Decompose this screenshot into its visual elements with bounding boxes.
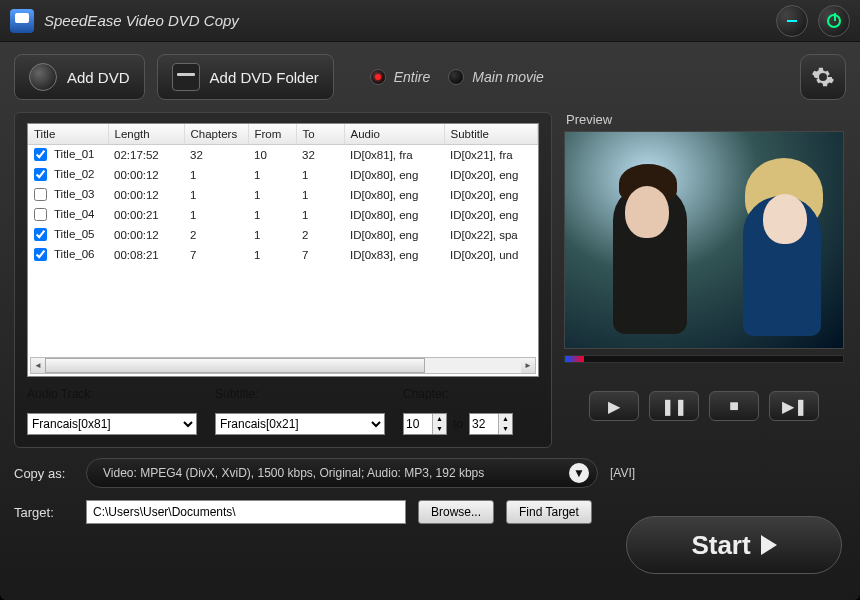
- close-button[interactable]: [818, 5, 850, 37]
- scroll-right-arrow-icon[interactable]: ►: [521, 358, 535, 373]
- titles-table: Title Length Chapters From To Audio Subt…: [28, 124, 538, 265]
- scroll-thumb[interactable]: [45, 358, 425, 373]
- row-checkbox[interactable]: [34, 148, 47, 161]
- chapter-from-input[interactable]: [404, 414, 432, 434]
- titles-panel: Title Length Chapters From To Audio Subt…: [14, 112, 552, 448]
- add-dvd-label: Add DVD: [67, 69, 130, 86]
- mode-entire-radio[interactable]: Entire: [370, 69, 431, 85]
- chapter-to-label: to: [453, 417, 463, 431]
- app-window: SpeedEase Video DVD Copy Add DVD Add DVD…: [0, 0, 860, 600]
- table-row[interactable]: Title_0102:17:52321032ID[0x81], fraID[0x…: [28, 145, 538, 165]
- table-row[interactable]: Title_0400:00:21111ID[0x80], engID[0x20]…: [28, 205, 538, 225]
- titles-header-row: Title Length Chapters From To Audio Subt…: [28, 124, 538, 145]
- gear-icon: [811, 65, 835, 89]
- copy-mode-group: Entire Main movie: [370, 69, 544, 85]
- col-to[interactable]: To: [296, 124, 344, 145]
- col-chapters[interactable]: Chapters: [184, 124, 248, 145]
- table-row[interactable]: Title_0300:00:12111ID[0x80], engID[0x20]…: [28, 185, 538, 205]
- preview-label: Preview: [564, 112, 844, 127]
- snapshot-icon: ▶❚: [782, 397, 807, 416]
- play-triangle-icon: [761, 535, 777, 555]
- stop-button[interactable]: ■: [709, 391, 759, 421]
- seek-progress: [565, 356, 584, 362]
- pause-button[interactable]: ❚❚: [649, 391, 699, 421]
- row-checkbox[interactable]: [34, 248, 47, 261]
- row-checkbox[interactable]: [34, 188, 47, 201]
- folder-icon: [172, 63, 200, 91]
- spin-down-icon[interactable]: ▼: [499, 424, 512, 434]
- col-subtitle[interactable]: Subtitle: [444, 124, 538, 145]
- stop-icon: ■: [729, 397, 739, 415]
- browse-button[interactable]: Browse...: [418, 500, 494, 524]
- radio-off-icon: [448, 69, 464, 85]
- table-row[interactable]: Title_0500:00:12212ID[0x80], engID[0x22]…: [28, 225, 538, 245]
- settings-button[interactable]: [800, 54, 846, 100]
- audio-track-select[interactable]: Francais[0x81]: [27, 413, 197, 435]
- spin-up-icon[interactable]: ▲: [499, 414, 512, 424]
- power-icon: [827, 14, 841, 28]
- row-checkbox[interactable]: [34, 208, 47, 221]
- row-checkbox[interactable]: [34, 228, 47, 241]
- app-title: SpeedEase Video DVD Copy: [44, 12, 239, 29]
- subtitle-label: Subtitle:: [215, 387, 385, 401]
- mode-main-label: Main movie: [472, 69, 544, 85]
- titles-table-wrap: Title Length Chapters From To Audio Subt…: [27, 123, 539, 377]
- spin-down-icon[interactable]: ▼: [433, 424, 446, 434]
- start-button[interactable]: Start: [626, 516, 842, 574]
- minimize-icon: [787, 20, 797, 22]
- audio-track-label: Audio Track:: [27, 387, 197, 401]
- col-from[interactable]: From: [248, 124, 296, 145]
- mode-entire-label: Entire: [394, 69, 431, 85]
- add-dvd-folder-label: Add DVD Folder: [210, 69, 319, 86]
- scroll-left-arrow-icon[interactable]: ◄: [31, 358, 45, 373]
- target-label: Target:: [14, 505, 74, 520]
- title-bar: SpeedEase Video DVD Copy: [0, 0, 860, 42]
- preview-panel: Preview ▶ ❚❚ ■ ▶❚: [564, 112, 844, 448]
- preview-video[interactable]: [564, 131, 844, 349]
- table-h-scrollbar[interactable]: ◄ ►: [30, 357, 536, 374]
- chapter-to-spinner[interactable]: ▲▼: [469, 413, 513, 435]
- subtitle-select[interactable]: Francais[0x21]: [215, 413, 385, 435]
- minimize-button[interactable]: [776, 5, 808, 37]
- bottom-panel: Copy as: Video: MPEG4 (DivX, XviD), 1500…: [0, 448, 860, 524]
- table-row[interactable]: Title_0600:08:21717ID[0x83], engID[0x20]…: [28, 245, 538, 265]
- copy-profile-summary: Video: MPEG4 (DivX, XviD), 1500 kbps, Or…: [103, 466, 484, 480]
- mode-main-radio[interactable]: Main movie: [448, 69, 544, 85]
- row-checkbox[interactable]: [34, 168, 47, 181]
- copy-as-label: Copy as:: [14, 466, 74, 481]
- snapshot-button[interactable]: ▶❚: [769, 391, 819, 421]
- target-path-input[interactable]: [86, 500, 406, 524]
- copy-format-tag: [AVI]: [610, 466, 635, 480]
- play-button[interactable]: ▶: [589, 391, 639, 421]
- add-dvd-folder-button[interactable]: Add DVD Folder: [157, 54, 334, 100]
- copy-profile-bar[interactable]: Video: MPEG4 (DivX, XviD), 1500 kbps, Or…: [86, 458, 598, 488]
- disc-icon: [29, 63, 57, 91]
- chevron-down-icon: ▼: [573, 466, 585, 480]
- chapter-label: Chapter:: [403, 387, 449, 401]
- pause-icon: ❚❚: [661, 397, 687, 416]
- add-dvd-button[interactable]: Add DVD: [14, 54, 145, 100]
- col-title[interactable]: Title: [28, 124, 108, 145]
- col-audio[interactable]: Audio: [344, 124, 444, 145]
- radio-on-icon: [370, 69, 386, 85]
- app-logo-icon: [10, 9, 34, 33]
- find-target-button[interactable]: Find Target: [506, 500, 592, 524]
- chapter-from-spinner[interactable]: ▲▼: [403, 413, 447, 435]
- play-icon: ▶: [608, 397, 620, 416]
- spin-up-icon[interactable]: ▲: [433, 414, 446, 424]
- preview-seek-bar[interactable]: [564, 355, 844, 363]
- chapter-to-input[interactable]: [470, 414, 498, 434]
- col-length[interactable]: Length: [108, 124, 184, 145]
- table-row[interactable]: Title_0200:00:12111ID[0x80], engID[0x20]…: [28, 165, 538, 185]
- start-label: Start: [691, 530, 750, 561]
- preview-controls: ▶ ❚❚ ■ ▶❚: [564, 391, 844, 421]
- copy-profile-dropdown[interactable]: ▼: [569, 463, 589, 483]
- main-toolbar: Add DVD Add DVD Folder Entire Main movie: [0, 42, 860, 112]
